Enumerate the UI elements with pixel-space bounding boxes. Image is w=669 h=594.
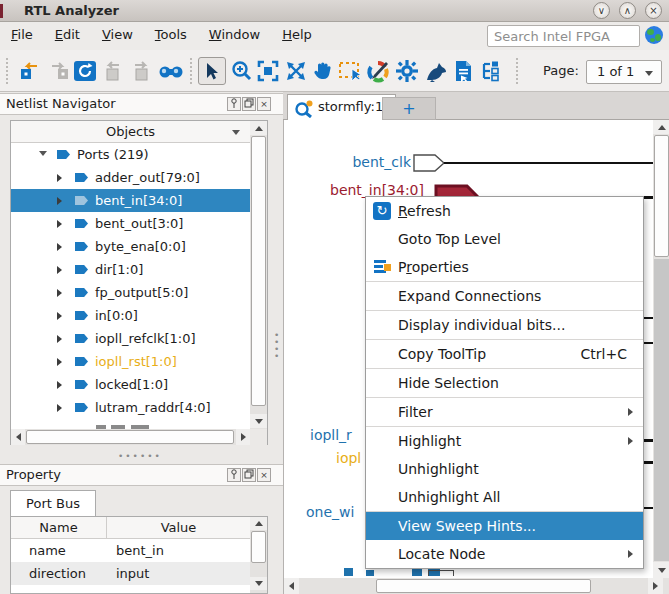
- tree-item-bent-out-3-0-[interactable]: bent_out[3:0]: [11, 212, 250, 235]
- tree-vscroll-thumb[interactable]: [251, 136, 266, 406]
- scroll-down-icon[interactable]: [250, 414, 267, 428]
- search-input[interactable]: [487, 25, 640, 47]
- scroll-down-icon[interactable]: [653, 562, 669, 578]
- tree-item-lutram-raddr-4-0-[interactable]: lutram_raddr[4:0]: [11, 396, 250, 419]
- zoom-in-icon[interactable]: [230, 59, 254, 83]
- menu-window[interactable]: Window: [198, 22, 271, 46]
- forward-icon[interactable]: [47, 59, 71, 83]
- minimize-icon[interactable]: ∨: [593, 2, 610, 19]
- menu-item-filter[interactable]: Filter: [366, 398, 643, 426]
- expand-icon[interactable]: [284, 59, 308, 83]
- menu-tools[interactable]: Tools: [144, 22, 198, 46]
- scroll-right-icon[interactable]: [236, 429, 250, 445]
- menu-edit[interactable]: Edit: [44, 22, 91, 46]
- scroll-up-icon[interactable]: [250, 121, 267, 135]
- schematic-canvas[interactable]: bent_clk bent_in[34:0] iopll_r iopl one_…: [283, 120, 669, 594]
- expand-icon[interactable]: [57, 312, 62, 320]
- fit-view-icon[interactable]: [256, 59, 280, 83]
- tree-hscroll-thumb[interactable]: [26, 430, 234, 444]
- close-icon[interactable]: ×: [257, 97, 271, 111]
- property-row-direction[interactable]: directioninput: [11, 562, 250, 585]
- port-label-bent-clk[interactable]: bent_clk: [346, 154, 411, 170]
- menu-item-view-sweep-hints[interactable]: View Sweep Hints...: [366, 512, 643, 540]
- menu-item-goto-top-level[interactable]: Goto Top Level: [366, 225, 643, 253]
- next-sheet-icon[interactable]: [129, 59, 153, 83]
- canvas-hscroll-thumb[interactable]: [376, 579, 591, 593]
- page-selector[interactable]: 1 of 1: [586, 60, 662, 84]
- scroll-down-icon[interactable]: [250, 577, 267, 590]
- expand-icon[interactable]: [57, 358, 62, 366]
- expand-icon[interactable]: [57, 335, 62, 343]
- float-icon[interactable]: [242, 97, 256, 111]
- port-label-iopll-rst-clipped[interactable]: iopl: [336, 450, 365, 466]
- menu-help[interactable]: Help: [271, 22, 323, 46]
- expand-icon[interactable]: [57, 197, 62, 205]
- tree-item-locked-1-0-[interactable]: locked[1:0]: [11, 373, 250, 396]
- menu-item-highlight[interactable]: Highlight: [366, 427, 643, 455]
- tree-item-bent-in-34-0-[interactable]: bent_in[34:0]: [11, 189, 250, 212]
- expand-icon[interactable]: [57, 243, 62, 251]
- new-tab-button[interactable]: +: [382, 97, 436, 120]
- tree-column-header[interactable]: Objects: [11, 121, 250, 143]
- menu-view[interactable]: View: [91, 22, 144, 46]
- select-tool-icon[interactable]: [198, 57, 226, 85]
- expand-icon[interactable]: [57, 404, 62, 412]
- tree-item-iopll-rst-1-0-[interactable]: iopll_rst[1:0]: [11, 350, 250, 373]
- expand-icon[interactable]: [57, 174, 62, 182]
- back-icon[interactable]: [18, 59, 42, 83]
- menu-item-locate-node[interactable]: Locate Node: [366, 540, 643, 568]
- report-icon[interactable]: [451, 59, 475, 83]
- property-vscroll-thumb[interactable]: [251, 531, 266, 563]
- find-icon[interactable]: [158, 59, 182, 83]
- color-wheel-icon[interactable]: [366, 59, 390, 83]
- menu-item-unhighlight[interactable]: Unhighlight: [366, 455, 643, 483]
- menu-item-properties[interactable]: Properties: [366, 253, 643, 281]
- close-icon[interactable]: ×: [645, 2, 662, 19]
- scroll-up-icon[interactable]: [653, 120, 669, 134]
- menu-item-display-individual-bits[interactable]: Display individual bits...: [366, 311, 643, 339]
- port-label-one-wire-clipped[interactable]: one_wi: [306, 504, 365, 520]
- rubber-band-icon[interactable]: [338, 59, 362, 83]
- tab-port-bus[interactable]: Port Bus: [10, 490, 96, 517]
- bird-icon[interactable]: [423, 59, 447, 83]
- canvas-vscroll-thumb[interactable]: [654, 135, 669, 257]
- menu-item-hide-selection[interactable]: Hide Selection: [366, 369, 643, 397]
- pin-icon[interactable]: [227, 468, 241, 482]
- pin-icon[interactable]: [227, 97, 241, 111]
- menu-item-refresh[interactable]: ↻Refresh: [366, 197, 643, 225]
- settings-gear-icon[interactable]: [395, 59, 419, 83]
- expand-icon[interactable]: [57, 266, 62, 274]
- canvas-vscroll-track[interactable]: [654, 259, 669, 561]
- property-row-name[interactable]: namebent_in: [11, 539, 250, 562]
- expand-icon[interactable]: [57, 289, 62, 297]
- column-header-name[interactable]: Name: [11, 517, 106, 539]
- menu-item-expand-connections[interactable]: Expand Connections: [366, 282, 643, 310]
- tree-item-dir-1-0-[interactable]: dir[1:0]: [11, 258, 250, 281]
- vertical-splitter[interactable]: ••••: [274, 332, 280, 360]
- maximize-icon[interactable]: ∧: [619, 2, 636, 19]
- expand-icon[interactable]: [57, 381, 62, 389]
- prev-sheet-icon[interactable]: [101, 59, 125, 83]
- collapse-icon[interactable]: [39, 151, 47, 156]
- menu-item-unhighlight-all[interactable]: Unhighlight All: [366, 483, 643, 511]
- tree-item-adder-out-79-0-[interactable]: adder_out[79:0]: [11, 166, 250, 189]
- tree-item-in-0-0-[interactable]: in[0:0]: [11, 304, 250, 327]
- menu-item-copy-tooltip[interactable]: Copy ToolTipCtrl+C: [366, 340, 643, 368]
- panel-splitter[interactable]: ••••••: [118, 451, 162, 461]
- scroll-up-icon[interactable]: [250, 517, 267, 530]
- tree-item-ports-219-[interactable]: Ports (219): [11, 143, 250, 166]
- float-icon[interactable]: [242, 468, 256, 482]
- column-header-value[interactable]: Value: [106, 517, 250, 539]
- port-label-iopll-refclk-clipped[interactable]: iopll_r: [310, 427, 365, 443]
- pan-icon[interactable]: [311, 59, 335, 83]
- close-icon[interactable]: ×: [257, 468, 271, 482]
- tree-item-iopll-refclk-1-0-[interactable]: iopll_refclk[1:0]: [11, 327, 250, 350]
- globe-icon[interactable]: [645, 26, 663, 44]
- tab-stormfly[interactable]: stormfly:1: [287, 94, 396, 120]
- scroll-left-icon[interactable]: [11, 429, 25, 445]
- refresh-icon[interactable]: [73, 59, 97, 83]
- hierarchy-icon[interactable]: [479, 59, 503, 83]
- scroll-left-icon[interactable]: [284, 578, 299, 594]
- expand-icon[interactable]: [57, 220, 62, 228]
- tree-item-fp-output-5-0-[interactable]: fp_output[5:0]: [11, 281, 250, 304]
